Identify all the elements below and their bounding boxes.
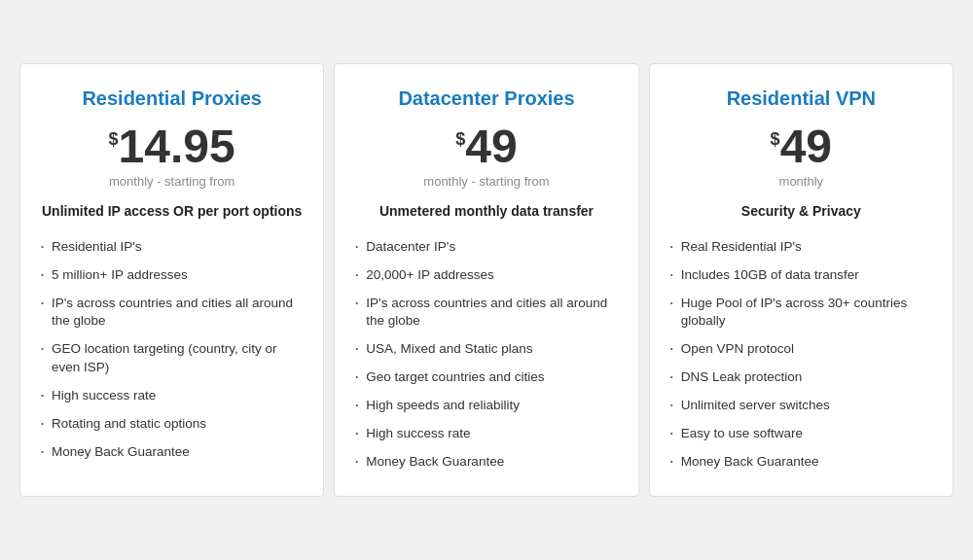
price-dollar-datacenter-proxies: $	[455, 129, 465, 149]
feature-item: Money Back Guarantee	[669, 448, 933, 476]
feature-item: Money Back Guarantee	[40, 438, 304, 467]
feature-item: 20,000+ IP addresses	[354, 262, 618, 290]
feature-item: High success rate	[354, 420, 618, 448]
price-dollar-residential-vpn: $	[771, 129, 780, 149]
price-subtitle-residential-vpn: monthly	[669, 174, 933, 189]
feature-item: Residential IP's	[40, 233, 304, 262]
feature-item: USA, Mixed and Static plans	[354, 335, 618, 364]
feature-item: Open VPN protocol	[669, 335, 933, 364]
price-subtitle-residential-proxies: monthly - starting from	[40, 174, 304, 189]
card-title-residential-vpn: Residential VPN	[669, 88, 933, 110]
feature-item: High speeds and reliability	[354, 392, 618, 420]
feature-heading-residential-proxies: Unlimited IP access OR per port options	[40, 202, 304, 222]
feature-heading-residential-vpn: Security & Privacy	[669, 202, 933, 222]
feature-item: Geo target countries and cities	[354, 364, 618, 392]
pricing-card-residential-vpn: Residential VPN$49monthlySecurity & Priv…	[649, 63, 954, 497]
price-wrapper-datacenter-proxies: $49	[354, 123, 618, 170]
feature-item: High success rate	[40, 382, 304, 410]
card-title-datacenter-proxies: Datacenter Proxies	[354, 88, 618, 110]
feature-item: Unlimited server switches	[669, 392, 933, 420]
feature-item: 5 million+ IP addresses	[40, 262, 304, 290]
price-amount-residential-proxies: 14.95	[119, 121, 235, 172]
pricing-card-datacenter-proxies: Datacenter Proxies$49monthly - starting …	[334, 63, 638, 497]
pricing-card-residential-proxies: Residential Proxies$14.95monthly - start…	[19, 63, 324, 497]
feature-item: IP's across countries and cities all aro…	[354, 290, 618, 336]
feature-item: Datacenter IP's	[354, 233, 618, 262]
price-subtitle-datacenter-proxies: monthly - starting from	[354, 174, 618, 189]
feature-item: GEO location targeting (country, city or…	[40, 335, 304, 382]
feature-item: Includes 10GB of data transfer	[669, 262, 933, 290]
price-amount-residential-vpn: 49	[780, 121, 832, 172]
feature-item: Money Back Guarantee	[354, 448, 618, 476]
feature-item: Rotating and static options	[40, 410, 304, 438]
feature-item: Real Residential IP's	[669, 233, 933, 262]
pricing-container: Residential Proxies$14.95monthly - start…	[10, 44, 963, 516]
price-wrapper-residential-vpn: $49	[669, 123, 933, 170]
card-title-residential-proxies: Residential Proxies	[40, 88, 304, 110]
feature-list-residential-vpn: Real Residential IP'sIncludes 10GB of da…	[669, 233, 933, 476]
feature-item: Easy to use software	[669, 420, 933, 448]
feature-item: DNS Leak protection	[669, 364, 933, 392]
price-wrapper-residential-proxies: $14.95	[40, 123, 304, 170]
feature-item: Huge Pool of IP's across 30+ countries g…	[669, 290, 933, 336]
price-dollar-residential-proxies: $	[109, 129, 119, 149]
price-amount-datacenter-proxies: 49	[465, 121, 517, 172]
feature-heading-datacenter-proxies: Unmetered monthly data transfer	[354, 202, 618, 222]
feature-list-residential-proxies: Residential IP's5 million+ IP addressesI…	[40, 233, 304, 467]
feature-item: IP's across countries and cities all aro…	[40, 290, 304, 336]
feature-list-datacenter-proxies: Datacenter IP's20,000+ IP addressesIP's …	[354, 233, 618, 476]
